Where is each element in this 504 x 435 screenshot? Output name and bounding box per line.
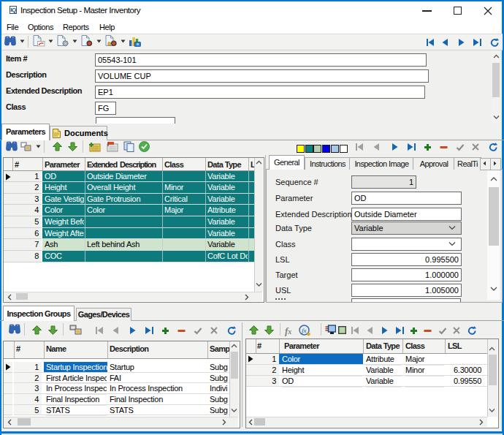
svg-text:fx: fx	[302, 327, 307, 334]
